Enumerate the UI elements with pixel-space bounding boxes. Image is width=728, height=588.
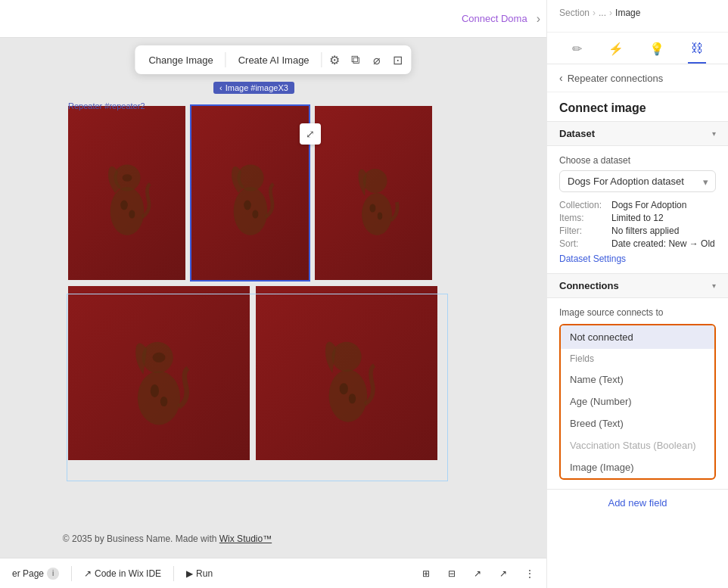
dataset-info: Collection: Dogs For Adoption Items: Lim… (559, 200, 716, 264)
change-image-button[interactable]: Change Image (138, 50, 223, 70)
run-button[interactable]: ▶ Run (180, 565, 219, 582)
connections-content: Image source connects to Not connected F… (547, 298, 728, 489)
svg-point-20 (340, 383, 348, 394)
bottom-bar: er Page i ↗ Code in Wix IDE ▶ Run ⊞ ⊟ ↗ … (0, 558, 546, 588)
svg-point-21 (349, 394, 356, 403)
svg-point-0 (110, 187, 144, 235)
breadcrumb: Section › ... › Image (559, 8, 716, 18)
align-icon-button[interactable]: ⊞ (416, 565, 436, 582)
tab-link[interactable]: ⛓ (688, 36, 706, 64)
toolbar-divider-2 (322, 52, 322, 67)
more-options-button[interactable]: ⋮ (519, 565, 540, 582)
svg-point-11 (369, 204, 375, 212)
svg-point-10 (362, 169, 387, 193)
svg-point-19 (331, 342, 361, 372)
image-cell-5[interactable] (256, 286, 437, 460)
frame-icon-button[interactable]: ⊟ (442, 565, 462, 582)
dataset-section-header[interactable]: Dataset ▾ (547, 121, 728, 146)
svg-point-2 (120, 201, 128, 210)
copy-icon[interactable]: ⧉ (345, 49, 366, 70)
dataset-select-wrapper: Dogs For Adoption dataset (559, 170, 716, 192)
create-ai-image-button[interactable]: Create AI Image (228, 50, 320, 70)
field-vaccination-boolean[interactable]: Vaccination Status (Boolean) (561, 434, 714, 456)
breadcrumb-section: Section (559, 8, 590, 18)
svg-point-5 (233, 187, 267, 235)
choose-dataset-label: Choose a dataset (559, 155, 716, 166)
image-cell-2-selected[interactable] (191, 106, 309, 280)
dataset-settings-link[interactable]: Dataset Settings (559, 254, 716, 264)
sort-value: Date created: New → Old (611, 238, 715, 249)
breadcrumb-sep-1: › (593, 8, 596, 18)
canvas-toolbar: Connect Doma › (0, 0, 546, 38)
external-link-icon: ↗ (84, 568, 92, 579)
link-icon[interactable]: ⌀ (366, 49, 387, 70)
panel-header: Section › ... › Image (547, 0, 728, 33)
cat-image-3 (315, 106, 432, 280)
svg-point-8 (252, 210, 258, 218)
field-image-image[interactable]: Image (Image) (561, 456, 714, 478)
wix-studio-link[interactable]: Wix Studio™ (219, 534, 272, 544)
collection-value: Dogs For Adoption (611, 200, 686, 210)
cat-image-1 (68, 106, 185, 280)
svg-point-7 (244, 201, 251, 210)
svg-point-4 (122, 174, 132, 182)
image-cell-3[interactable] (315, 106, 432, 280)
toolbar-divider (226, 52, 226, 67)
image-cell-1[interactable] (68, 106, 185, 280)
crop-icon[interactable]: ⊡ (387, 49, 409, 70)
chevron-left-icon: ‹ (219, 83, 222, 92)
items-value: Limited to 12 (611, 213, 664, 223)
dataset-select[interactable]: Dogs For Adoption dataset (559, 170, 716, 192)
play-icon: ▶ (186, 568, 193, 579)
settings-icon[interactable]: ⚙ (324, 49, 345, 70)
canvas-area: Connect Doma › Change Image Create AI Im… (0, 0, 546, 588)
dataset-chevron-icon: ▾ (712, 129, 716, 138)
filter-value: No filters applied (611, 226, 679, 236)
page-indicator: er Page i (6, 565, 65, 583)
connections-chevron-icon: ▾ (712, 282, 716, 290)
svg-point-15 (151, 384, 159, 397)
fullscreen-icon-button[interactable]: ↗ (493, 565, 513, 582)
back-chevron-icon: ‹ (559, 72, 563, 84)
image-source-label: Image source connects to (559, 307, 716, 318)
panel-back-button[interactable]: ‹ Repeater connections (547, 64, 728, 92)
image-toolbar: Change Image Create AI Image ⚙ ⧉ ⌀ ⊡ (135, 45, 411, 74)
svg-point-16 (160, 397, 167, 406)
tab-bolt[interactable]: ⚡ (605, 36, 627, 64)
connections-section-header[interactable]: Connections ▾ (547, 273, 728, 298)
tab-bulb[interactable]: 💡 (646, 36, 667, 64)
field-name-text[interactable]: Name (Text) (561, 369, 714, 390)
field-breed-text[interactable]: Breed (Text) (561, 412, 714, 434)
add-new-field-button[interactable]: Add new field (547, 489, 728, 516)
connections-label: Connections (559, 280, 619, 291)
field-age-number[interactable]: Age (Number) (561, 390, 714, 412)
items-row: Items: Limited to 12 (559, 213, 716, 223)
breadcrumb-current: Image (615, 8, 640, 18)
svg-point-3 (129, 210, 135, 218)
code-in-wix-ide-button[interactable]: ↗ Code in Wix IDE (78, 565, 167, 582)
svg-point-13 (138, 371, 180, 425)
not-connected-option[interactable]: Not connected (561, 325, 714, 349)
app-container: Connect Doma › Change Image Create AI Im… (0, 0, 728, 588)
breadcrumb-sep-2: › (609, 8, 612, 18)
connection-dropdown: Not connected Fields Name (Text) Age (Nu… (559, 324, 716, 480)
svg-point-18 (329, 369, 368, 422)
svg-point-17 (153, 353, 166, 362)
expand-icon-button[interactable]: ↗ (468, 565, 487, 582)
svg-point-9 (362, 193, 392, 235)
sort-row: Sort: Date created: New → Old (559, 238, 716, 249)
image-row-1 (68, 106, 469, 280)
page-info-badge[interactable]: i (47, 568, 59, 580)
collection-row: Collection: Dogs For Adoption (559, 200, 716, 210)
tab-pen[interactable]: ✏ (569, 36, 585, 64)
canvas-footer: © 2035 by Business Name. Made with Wix S… (0, 527, 334, 550)
breadcrumb-ellipsis: ... (599, 8, 606, 18)
connect-domain-button[interactable]: Connect Doma (454, 8, 535, 29)
expand-icon[interactable]: ⤢ (300, 123, 321, 145)
bar-separator-1 (71, 566, 72, 581)
image-cell-4[interactable] (68, 286, 250, 460)
dataset-content: Choose a dataset Dogs For Adoption datas… (547, 146, 728, 273)
image-grid (68, 106, 469, 466)
connect-image-title: Connect image (547, 92, 728, 121)
cat-image-5 (256, 286, 437, 460)
